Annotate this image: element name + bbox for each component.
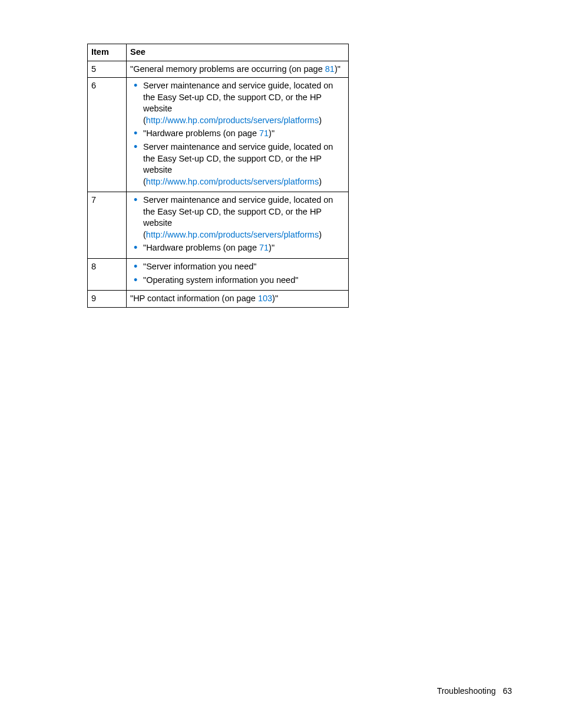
bullet-list: Server maintenance and service guide, lo… (130, 195, 345, 256)
list-item: Server maintenance and service guide, lo… (143, 141, 345, 189)
bullet-text-after: )" (269, 243, 275, 252)
list-item: "Hardware problems (on page 71)" (143, 242, 345, 256)
page-link[interactable]: 103 (258, 294, 272, 303)
url-link[interactable]: http://www.hp.com/products/servers/platf… (146, 116, 319, 125)
item-cell: 7 (88, 192, 127, 259)
table-row: 6 Server maintenance and service guide, … (88, 78, 349, 192)
page-link[interactable]: 71 (259, 243, 269, 252)
item-cell: 6 (88, 78, 127, 192)
bullet-text: "Hardware problems (on page (143, 129, 259, 138)
table-header-row: Item See (88, 44, 349, 61)
bullet-text: "Operating system information you need" (143, 275, 298, 285)
see-cell: "HP contact information (on page 103)" (127, 291, 349, 308)
see-cell: "General memory problems are occurring (… (127, 61, 349, 78)
footer-section: Troubleshooting (437, 686, 496, 696)
bullet-text: "Hardware problems (on page (143, 243, 259, 252)
page-link[interactable]: 71 (259, 129, 269, 138)
item-cell: 9 (88, 291, 127, 308)
list-item: Server maintenance and service guide, lo… (143, 195, 345, 242)
list-item: "Hardware problems (on page 71)" (143, 128, 345, 141)
see-cell: "Server information you need" "Operating… (127, 259, 349, 291)
troubleshooting-table: Item See 5 "General memory problems are … (87, 44, 349, 308)
list-item: "Operating system information you need" (143, 275, 345, 288)
footer-page-number: 63 (503, 686, 512, 696)
list-item: Server maintenance and service guide, lo… (143, 80, 345, 128)
page-link[interactable]: 81 (325, 64, 335, 74)
table-row: 8 "Server information you need" "Operati… (88, 259, 349, 291)
bullet-text-after: ) (319, 230, 322, 239)
page-footer: Troubleshooting 63 (437, 686, 512, 696)
url-link[interactable]: http://www.hp.com/products/servers/platf… (146, 177, 319, 186)
header-see: See (127, 44, 349, 61)
bullet-text: "Server information you need" (143, 262, 256, 271)
url-link[interactable]: http://www.hp.com/products/servers/platf… (146, 230, 319, 239)
table-row: 9 "HP contact information (on page 103)" (88, 291, 349, 308)
main-table-area: Item See 5 "General memory problems are … (87, 44, 349, 308)
row-text: "HP contact information (on page (130, 294, 258, 303)
bullet-text-after: ) (319, 177, 322, 186)
bullet-list: "Server information you need" "Operating… (130, 261, 345, 288)
see-cell: Server maintenance and service guide, lo… (127, 192, 349, 259)
see-cell: Server maintenance and service guide, lo… (127, 78, 349, 192)
header-item: Item (88, 44, 127, 61)
row-text-after: )" (272, 294, 278, 303)
item-cell: 5 (88, 61, 127, 78)
bullet-text-after: )" (269, 129, 275, 138)
bullet-text-after: ) (319, 116, 322, 125)
bullet-list: Server maintenance and service guide, lo… (130, 80, 345, 189)
item-cell: 8 (88, 259, 127, 291)
row-text-after: )" (335, 64, 340, 74)
table-row: 5 "General memory problems are occurring… (88, 61, 349, 78)
list-item: "Server information you need" (143, 261, 345, 275)
table-row: 7 Server maintenance and service guide, … (88, 192, 349, 259)
row-text: "General memory problems are occurring (… (130, 64, 325, 74)
